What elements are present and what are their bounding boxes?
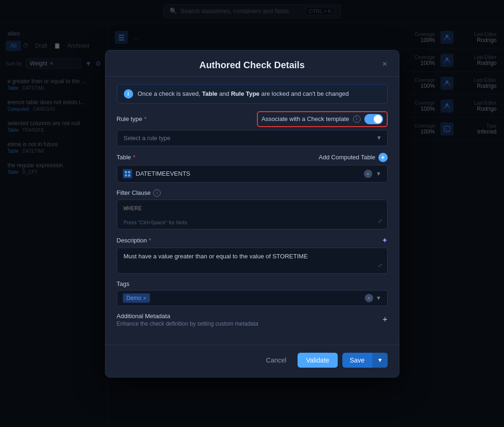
tag-remove-demo[interactable]: × — [143, 295, 146, 301]
rule-type-select-wrapper: Select a rule type ▼ — [117, 130, 388, 146]
table-grid-icon — [123, 169, 132, 178]
required-star: * — [144, 115, 146, 122]
validate-button[interactable]: Validate — [298, 353, 338, 368]
description-header: Description * ✦ — [117, 236, 388, 245]
tags-actions: × ▼ — [365, 294, 382, 302]
rule-type-label: Rule type * — [117, 115, 147, 122]
tag-chip-demo: Demo × — [123, 293, 150, 303]
metadata-title: Additional Metadata — [117, 313, 259, 320]
save-dropdown-button[interactable]: ▼ — [372, 353, 388, 368]
table-actions: × ▼ — [364, 170, 382, 178]
modal-header: Authored Check Details × — [106, 50, 399, 77]
metadata-description: Enhance the check definition by setting … — [117, 320, 259, 327]
modal-footer: Cancel Validate Save ▼ — [106, 345, 399, 377]
tags-dropdown-arrow[interactable]: ▼ — [376, 295, 382, 301]
desc-expand-icon[interactable]: ⤢ — [378, 262, 383, 269]
required-star-table: * — [133, 154, 135, 161]
save-button-group: Save ▼ — [342, 353, 388, 368]
info-banner: i Once a check is saved, Table and Rule … — [117, 84, 388, 104]
table-value: DATETIMEEVENTS — [136, 170, 360, 177]
check-template-label: Associate with a Check template — [262, 115, 349, 122]
tags-section: Tags Demo × × ▼ — [117, 280, 388, 306]
info-icon: i — [124, 89, 133, 99]
table-header-row: Table * Add Computed Table + — [117, 153, 388, 162]
add-circle-icon: + — [378, 153, 388, 162]
description-section: Description * ✦ ⤢ — [117, 236, 388, 274]
table-dropdown-arrow[interactable]: ▼ — [376, 171, 382, 177]
additional-metadata-row[interactable]: Additional Metadata Enhance the check de… — [117, 313, 388, 327]
filter-hint: Press "Ctrl+Space" for hints — [117, 219, 387, 229]
check-template-toggle[interactable] — [364, 114, 383, 124]
check-template-section: Associate with a Check template i — [257, 111, 388, 127]
add-computed-table-button[interactable]: Add Computed Table + — [319, 153, 387, 162]
close-button[interactable]: × — [378, 58, 391, 71]
table-input[interactable]: DATETIMEEVENTS × ▼ — [117, 165, 388, 183]
svg-rect-23 — [125, 174, 127, 177]
svg-rect-21 — [125, 171, 127, 173]
expand-icon[interactable]: ⤢ — [378, 218, 383, 224]
description-textarea[interactable] — [117, 248, 387, 271]
metadata-add-icon[interactable]: + — [383, 315, 388, 325]
toggle-knob — [374, 115, 382, 123]
save-button[interactable]: Save — [342, 353, 372, 368]
svg-rect-24 — [128, 174, 130, 177]
description-input-wrapper: ⤢ — [117, 248, 388, 274]
tags-input[interactable]: Demo × × ▼ — [117, 290, 388, 306]
modal-title: Authored Check Details — [199, 60, 305, 70]
filter-label: Filter Clause — [117, 189, 151, 196]
info-text: Once a check is saved, Table and Rule Ty… — [138, 90, 349, 97]
modal-body: i Once a check is saved, Table and Rule … — [106, 77, 399, 345]
modal-dialog: Authored Check Details × i Once a check … — [105, 50, 399, 377]
tags-label: Tags — [117, 280, 388, 287]
filter-label-row: Filter Clause i — [117, 189, 388, 197]
rule-type-header: Rule type * Associate with a Check templ… — [117, 111, 388, 127]
filter-textarea[interactable] — [117, 200, 387, 217]
description-label: Description * — [117, 237, 151, 244]
check-template-info-icon[interactable]: i — [353, 115, 361, 123]
modal-overlay: Authored Check Details × i Once a check … — [0, 0, 504, 427]
tags-clear-icon[interactable]: × — [365, 294, 373, 302]
table-clear-icon[interactable]: × — [364, 170, 372, 178]
required-star-desc: * — [149, 237, 151, 244]
ai-generate-icon[interactable]: ✦ — [382, 236, 388, 245]
filter-clause-input[interactable]: Press "Ctrl+Space" for hints ⤢ — [117, 199, 388, 229]
table-label: Table * — [117, 154, 135, 161]
rule-type-section: Rule type * Associate with a Check templ… — [117, 111, 388, 146]
cancel-button[interactable]: Cancel — [260, 353, 293, 368]
filter-clause-section: Filter Clause i Press "Ctrl+Space" for h… — [117, 189, 388, 229]
rule-type-select[interactable]: Select a rule type — [117, 130, 388, 146]
svg-rect-22 — [128, 171, 130, 173]
filter-info-icon[interactable]: i — [153, 189, 161, 197]
table-section: Table * Add Computed Table + — [117, 153, 388, 183]
additional-metadata-section: Additional Metadata Enhance the check de… — [117, 313, 388, 327]
